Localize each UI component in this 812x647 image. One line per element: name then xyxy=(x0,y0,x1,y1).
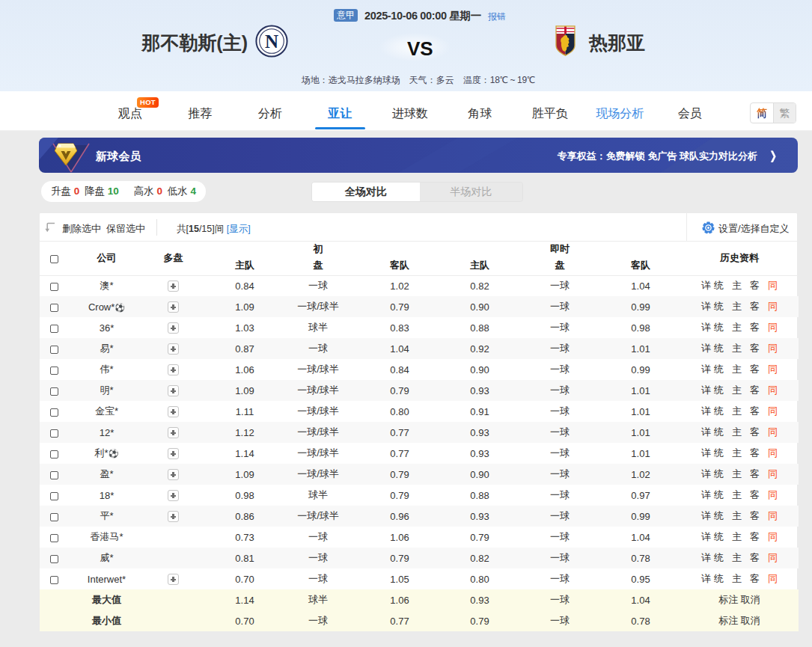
svg-text:N: N xyxy=(265,31,278,52)
